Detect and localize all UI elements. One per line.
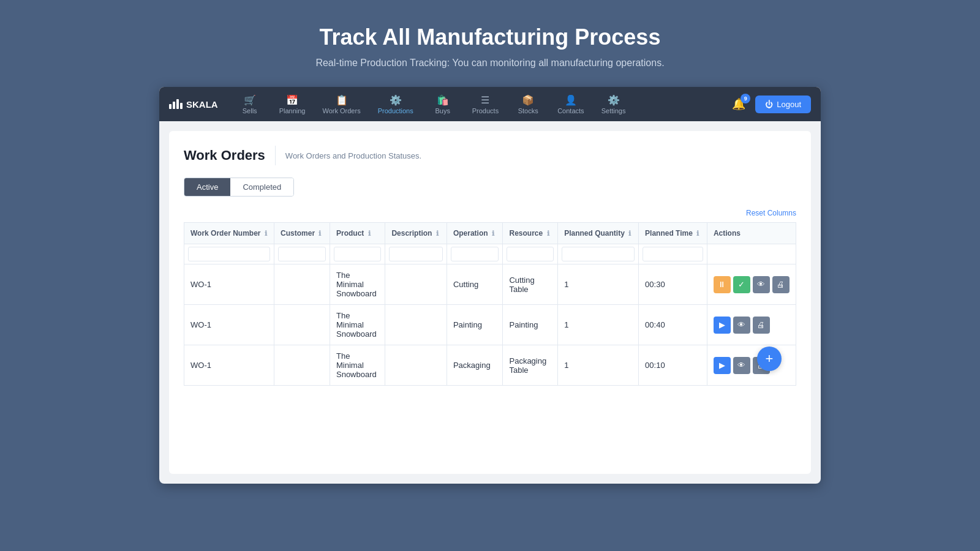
col-header-resource: Resource ℹ	[503, 223, 558, 244]
view-button-3[interactable]: 👁	[733, 357, 750, 374]
filter-planned-time[interactable]	[643, 247, 703, 261]
filter-planned-quantity[interactable]	[562, 247, 635, 261]
nav-label-contacts: Contacts	[557, 107, 584, 114]
cell-description-2	[385, 305, 447, 345]
settings-icon: ⚙️	[608, 94, 620, 106]
cell-customer-1	[274, 264, 330, 305]
play-button-3[interactable]: ▶	[714, 357, 731, 374]
filter-operation[interactable]	[451, 247, 499, 261]
info-icon-product: ℹ	[368, 230, 371, 237]
productions-icon: ⚙️	[390, 94, 402, 106]
cell-planned-time-3: 00:10	[639, 345, 707, 386]
nav-label-productions: Productions	[378, 107, 413, 114]
cell-planned-time-1: 00:30	[639, 264, 707, 305]
brand-name: SKALA	[186, 99, 218, 110]
add-button[interactable]: +	[757, 347, 782, 371]
nav-label-products: Products	[472, 107, 499, 114]
brand-logo: SKALA	[169, 99, 218, 110]
notification-badge: 9	[741, 94, 750, 103]
tab-completed[interactable]: Completed	[230, 178, 293, 196]
cell-customer-2	[274, 305, 330, 345]
work-orders-table: Work Order Number ℹ Customer ℹ Product ℹ	[184, 222, 796, 386]
filter-product[interactable]	[334, 247, 381, 261]
cell-actions-1: ⏸ ✓ 👁 🖨	[707, 264, 796, 305]
table-wrapper: Work Order Number ℹ Customer ℹ Product ℹ	[184, 222, 796, 386]
info-icon-planned-time: ℹ	[696, 230, 699, 237]
col-header-planned-time: Planned Time ℹ	[639, 223, 707, 244]
filter-description[interactable]	[389, 247, 443, 261]
cell-work-order-number-1: WO-1	[184, 264, 274, 305]
cell-planned-time-2: 00:40	[639, 305, 707, 345]
nav-item-stocks[interactable]: 📦 Stocks	[508, 91, 548, 118]
col-header-description: Description ℹ	[385, 223, 447, 244]
cell-product-2: The Minimal Snowboard	[330, 305, 385, 345]
nav-item-sells[interactable]: 🛒 Sells	[230, 91, 270, 118]
cell-resource-1: Cutting Table	[503, 264, 558, 305]
filter-customer[interactable]	[278, 247, 326, 261]
filter-row	[184, 244, 796, 264]
pause-button-1[interactable]: ⏸	[714, 276, 731, 293]
work-orders-icon: 📋	[336, 94, 348, 106]
info-icon-description: ℹ	[436, 230, 439, 237]
products-icon: ☰	[481, 94, 489, 106]
cell-actions-3: ▶ 👁 🖨	[707, 345, 796, 386]
table-row: WO-1 The Minimal Snowboard Painting Pain…	[184, 305, 796, 345]
cell-description-1	[385, 264, 447, 305]
nav-item-work-orders[interactable]: 📋 Work Orders	[315, 91, 368, 118]
reset-columns-button[interactable]: Reset Columns	[746, 209, 796, 217]
cell-actions-2: ▶ 👁 🖨	[707, 305, 796, 345]
cell-work-order-number-3: WO-1	[184, 345, 274, 386]
cell-operation-3: Packaging	[447, 345, 503, 386]
nav-label-settings: Settings	[601, 107, 626, 114]
nav-item-contacts[interactable]: 👤 Contacts	[550, 91, 591, 118]
info-icon-won: ℹ	[265, 230, 267, 237]
filter-work-order-number[interactable]	[188, 247, 270, 261]
nav-item-planning[interactable]: 📅 Planning	[272, 91, 313, 118]
action-buttons-1: ⏸ ✓ 👁 🖨	[714, 276, 790, 293]
table-header-row: Work Order Number ℹ Customer ℹ Product ℹ	[184, 223, 796, 244]
col-header-work-order-number: Work Order Number ℹ	[184, 223, 274, 244]
cell-customer-3	[274, 345, 330, 386]
logout-button[interactable]: ⏻ Logout	[755, 96, 811, 113]
info-icon-resource: ℹ	[547, 230, 549, 237]
nav-item-settings[interactable]: ⚙️ Settings	[594, 91, 633, 118]
cell-description-3	[385, 345, 447, 386]
stocks-icon: 📦	[522, 94, 534, 106]
cell-resource-3: Packaging Table	[503, 345, 558, 386]
col-header-operation: Operation ℹ	[447, 223, 503, 244]
print-button-2[interactable]: 🖨	[753, 317, 770, 334]
page-main-title: Track All Manufacturing Process	[315, 24, 664, 50]
nav-label-planning: Planning	[279, 107, 306, 114]
cell-planned-quantity-3: 1	[558, 345, 639, 386]
table-row: WO-1 The Minimal Snowboard Packaging Pac…	[184, 345, 796, 386]
cell-resource-2: Painting	[503, 305, 558, 345]
complete-button-1[interactable]: ✓	[733, 276, 750, 293]
nav-item-productions[interactable]: ⚙️ Productions	[371, 91, 421, 118]
tab-active[interactable]: Active	[184, 178, 230, 196]
view-button-1[interactable]: 👁	[753, 276, 770, 293]
print-button-1[interactable]: 🖨	[772, 276, 790, 293]
planning-icon: 📅	[286, 94, 298, 106]
navbar: SKALA 🛒 Sells 📅 Planning 📋 Work Orders ⚙…	[159, 87, 821, 121]
sells-icon: 🛒	[244, 94, 256, 106]
notification-button[interactable]: 🔔 9	[729, 95, 748, 113]
cell-product-3: The Minimal Snowboard	[330, 345, 385, 386]
table-toolbar: Reset Columns	[184, 209, 796, 217]
col-header-actions: Actions	[707, 223, 796, 244]
nav-item-products[interactable]: ☰ Products	[465, 91, 506, 118]
cell-work-order-number-2: WO-1	[184, 305, 274, 345]
contacts-icon: 👤	[565, 94, 577, 106]
header-divider	[275, 146, 276, 165]
buys-icon: 🛍️	[437, 94, 449, 106]
play-button-2[interactable]: ▶	[714, 317, 731, 334]
col-header-planned-quantity: Planned Quantity ℹ	[558, 223, 639, 244]
brand-icon	[169, 99, 183, 109]
filter-resource[interactable]	[507, 247, 554, 261]
cell-product-1: The Minimal Snowboard	[330, 264, 385, 305]
navbar-right: 🔔 9 ⏻ Logout	[729, 95, 811, 113]
view-button-2[interactable]: 👁	[733, 317, 750, 334]
nav-item-buys[interactable]: 🛍️ Buys	[423, 91, 462, 118]
power-icon: ⏻	[765, 100, 773, 109]
tab-group: Active Completed	[184, 178, 294, 197]
cell-operation-2: Painting	[447, 305, 503, 345]
